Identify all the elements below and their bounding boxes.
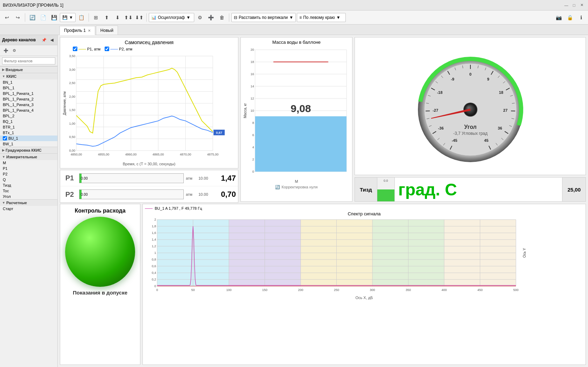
measurement-arrow-icon: ▼ [2,155,5,159]
tree-item-bpl1r2[interactable]: BPL_1_Рината_2 [0,96,57,102]
tree-item-q[interactable]: Q [0,177,57,182]
tree-item-btx1[interactable]: BTx_1 [0,130,57,136]
incoming-label: Входные [6,68,23,72]
tree-item-p2[interactable]: P2 [0,171,57,177]
tree-item-ugol[interactable]: Угол [0,194,57,199]
maximize-button[interactable]: □ [570,2,578,9]
tree-item-bw1[interactable]: BW_1 [0,141,57,147]
tree-item-bq1[interactable]: BQ_1 [0,119,57,124]
save-dropdown-icon: 💾 [62,15,68,20]
temp-bar-fill [377,189,394,201]
tab-new-label: Новый [100,28,113,33]
up-button[interactable]: ⬆ [102,13,112,22]
tree-header-kkis[interactable]: ▼ ККИС [0,73,57,79]
sidebar-settings-button[interactable]: ⚙ [10,47,18,54]
tab-profile1[interactable]: Профиль 1 ✕ [59,26,95,35]
titlebar: ВИЗУАЛИЗАТОР [ПРОФИЛЬ 1] — □ ✕ [0,0,588,11]
legend-p1-label: P1, атм [87,47,100,51]
oscillograph-dropdown[interactable]: 📊 Осциллограф ▼ [149,13,194,22]
tree-header-calibration[interactable]: ▶ Градуировка ККИС [0,147,57,153]
tree-item-bpl1r3[interactable]: BPL_1_Рината_3 [0,102,57,108]
delete-button[interactable]: 🗑 [217,13,227,22]
add-button[interactable]: ➕ [206,13,216,22]
calculated-arrow-icon: ▼ [2,201,5,205]
sidebar-title: Дерево каналов [2,37,36,42]
align-dropdown[interactable]: ≡ По левому краю ▼ [297,13,346,22]
save-button[interactable]: 💾 [49,13,59,22]
legend-p1-color: —— [78,47,86,51]
water-x-label: М [243,179,350,184]
sidebar-collapse-button[interactable]: ◀ [48,36,55,43]
tree-header-calculated[interactable]: ▼ Расчетные [0,199,57,206]
expand-button[interactable]: ⬆⬇ [124,13,133,22]
sidebar-add-channel-button[interactable]: ➕ [2,47,10,54]
meter-p1-min: 0.00 [81,176,88,180]
tab-new[interactable]: Новый [96,26,118,35]
tree-item-tos[interactable]: Тос [0,188,57,194]
legend-p2-check[interactable] [105,47,109,51]
gauge-panel [355,37,586,175]
meter-p2-unit: атм [186,192,196,196]
tree-item-tizd[interactable]: Тизд [0,182,57,188]
kkis-arrow-icon: ▼ [2,75,5,78]
meter-p1-label: P1 [62,174,77,182]
lock-button[interactable]: 🔒 [565,13,575,22]
refresh-button[interactable]: 🔄 [27,13,37,22]
channel-filter-input[interactable] [2,57,55,64]
tree-item-bpl1[interactable]: BPL_1 [0,85,57,91]
temp-label: Тизд [355,178,377,201]
sidebar-filter-area [0,56,57,66]
gauge-canvas [411,47,530,166]
arrange-icon: ⊟ [234,15,237,20]
collapse-button[interactable]: ⬇⬆ [134,13,144,22]
arrange-arrow: ▼ [289,15,293,20]
tree-item-bpl1r4[interactable]: BPL_1_Рината_4 [0,108,57,113]
sidebar-pin-button[interactable]: 📌 [41,36,48,43]
redo-button[interactable]: ↪ [13,13,23,22]
calculated-label: Расчетные [6,201,27,205]
bu1-checkbox[interactable] [3,136,7,140]
calibration-arrow-icon: ▶ [2,148,5,152]
right-col: Тизд 0.0 град. С 25,00 [355,37,586,202]
save-dropdown[interactable]: 💾 ▼ [60,13,76,22]
legend-p1-check[interactable] [73,47,77,51]
tree-item-start[interactable]: Старт [0,206,57,212]
water-mass-panel: Масса воды в баллоне М 🔄 Корректировка н… [240,37,352,202]
tab-profile1-close[interactable]: ✕ [88,29,91,33]
bottom-row: Контроль расхода Показания в допуске —— … [60,204,586,365]
undo-button[interactable]: ↩ [2,13,12,22]
align-label: По левому краю [303,15,335,20]
tree-header-incoming[interactable]: ▶ Входные [0,66,57,73]
meter-p1-max: 10.00 [198,176,211,180]
settings-button[interactable]: ⚙ [195,13,205,22]
tree-header-measurement[interactable]: ▼ Измерительные [0,153,57,160]
temp-numeric-value: 25,00 [562,178,586,201]
refresh-small-icon: 🔄 [275,185,280,189]
tree-item-bn1[interactable]: BN_1 [0,79,57,85]
tree-item-p1[interactable]: P1 [0,166,57,171]
camera-button[interactable]: 📷 [554,13,564,22]
pressure-chart-panel: Самописец давления —— P1, атм —— P2, атм [60,37,238,168]
pressure-x-label: Время, с (Т = 30,00, секунды) [62,162,236,166]
tree-item-bpl2[interactable]: BPL_2 [0,113,57,119]
open-button[interactable]: 📄 [38,13,48,22]
spectrum-legend: —— BU_1 A 1,797 , F 49,778 Гц [145,206,583,210]
info-button[interactable]: ℹ [576,13,586,22]
minimize-button[interactable]: — [563,2,570,9]
grid-button[interactable]: ⊞ [91,13,101,22]
tree-item-bu1[interactable]: BU_1 [0,136,57,141]
zero-correction-button[interactable]: 🔄 Корректировка нуля [243,185,350,189]
meter-p1-unit: атм [186,176,196,180]
oscillograph-arrow: ▼ [186,15,190,20]
close-button[interactable]: ✕ [578,2,585,9]
tree-item-m[interactable]: М [0,160,57,166]
arrange-dropdown[interactable]: ⊟ Расставить по вертикали ▼ [231,13,296,22]
flow-control-panel: Контроль расхода Показания в допуске [60,204,140,365]
app-title: ВИЗУАЛИЗАТОР [ПРОФИЛЬ 1] [3,3,63,8]
calibration-label: Градуировка ККИС [6,148,42,152]
copy-button[interactable]: 📋 [77,13,86,22]
tree-group-calibration: ▶ Градуировка ККИС [0,147,57,153]
tree-item-bpl1r1[interactable]: BPL_1_Рината_1 [0,91,57,96]
tree-item-btr1[interactable]: BTR_1 [0,124,57,130]
down-button[interactable]: ⬇ [113,13,122,22]
